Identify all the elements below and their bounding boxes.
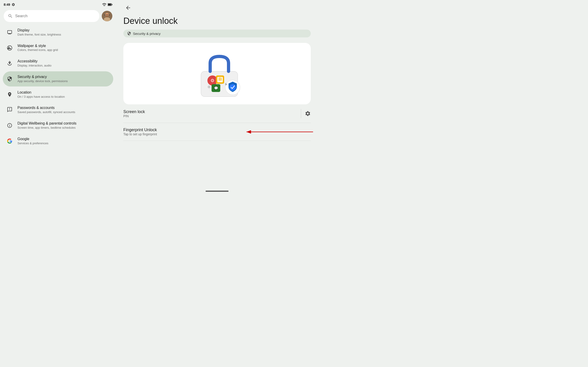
battery-icon [108, 3, 112, 6]
avatar-image [102, 11, 112, 21]
breadcrumb-chip[interactable]: Security & privacy [123, 30, 311, 37]
sidebar-title-security: Security & privacy [17, 75, 68, 79]
sidebar-title-accessibility: Accessibility [17, 59, 52, 64]
security-icon [6, 76, 13, 82]
lock-illustration: ⚙ 🖼 💬 [180, 48, 254, 99]
back-arrow-icon [125, 5, 131, 11]
search-bar[interactable] [4, 10, 99, 22]
time-display: 8:49 [4, 3, 10, 6]
avatar[interactable] [102, 11, 112, 21]
sidebar-text-passwords: Passwords & accounts Saved passwords, au… [17, 106, 75, 114]
svg-text:🖼: 🖼 [218, 77, 222, 81]
sidebar-subtitle-location: On / 3 apps have access to location [17, 95, 65, 99]
sidebar-subtitle-google: Services & preferences [17, 142, 48, 145]
svg-rect-3 [108, 4, 111, 6]
sidebar-subtitle-wellbeing: Screen time, app timers, bedtime schedul… [17, 126, 77, 130]
accessibility-icon [6, 60, 13, 67]
sidebar-item-security[interactable]: Security & privacy App security, device … [3, 71, 113, 86]
setting-item-screen-lock[interactable]: Screen lock PIN [123, 104, 311, 123]
sidebar-title-display: Display [17, 28, 61, 33]
sidebar: 8:49 [0, 0, 116, 199]
sidebar-title-wallpaper: Wallpaper & style [17, 44, 58, 48]
sidebar-item-accessibility[interactable]: Accessibility Display, interaction, audi… [3, 56, 113, 71]
setting-item-fingerprint[interactable]: Fingerprint Unlock Tap to set up fingerp… [123, 123, 311, 141]
sidebar-text-security: Security & privacy App security, device … [17, 75, 68, 83]
sidebar-item-display[interactable]: Display Dark theme, font size, brightnes… [3, 25, 113, 40]
setting-item-text-fingerprint: Fingerprint Unlock Tap to set up fingerp… [123, 127, 311, 136]
back-button[interactable] [123, 3, 133, 13]
status-right [102, 3, 112, 6]
sidebar-title-wellbeing: Digital Wellbeing & parental controls [17, 121, 77, 126]
sidebar-item-location[interactable]: Location On / 3 apps have access to loca… [3, 87, 113, 102]
setting-item-text-screen-lock: Screen lock PIN [123, 109, 297, 118]
sidebar-subtitle-security: App security, device lock, permissions [17, 79, 68, 83]
display-icon [6, 29, 13, 35]
passwords-icon [6, 107, 13, 113]
svg-point-26 [208, 85, 210, 88]
setting-item-subtitle-screen-lock: PIN [123, 114, 297, 118]
sidebar-title-passwords: Passwords & accounts [17, 106, 75, 110]
sidebar-subtitle-accessibility: Display, interaction, audio [17, 64, 52, 68]
svg-point-15 [9, 61, 10, 62]
sidebar-subtitle-passwords: Saved passwords, autofill, synced accoun… [17, 110, 75, 114]
wifi-icon [102, 3, 106, 6]
sidebar-title-google: Google [17, 137, 48, 142]
main-content: Device unlock Security & privacy ⚙ 🖼 [116, 0, 318, 199]
setting-item-subtitle-fingerprint: Tap to set up fingerprint [123, 132, 311, 136]
breadcrumb-label: Security & privacy [133, 32, 161, 35]
sidebar-item-google[interactable]: Google Services & preferences [3, 133, 113, 149]
svg-text:💬: 💬 [214, 86, 218, 90]
status-bar: 8:49 [0, 0, 116, 8]
sidebar-item-wallpaper[interactable]: Wallpaper & style Colors, themed icons, … [3, 40, 113, 56]
svg-point-29 [229, 84, 236, 91]
google-icon [6, 138, 13, 144]
sidebar-text-display: Display Dark theme, font size, brightnes… [17, 28, 61, 37]
svg-rect-2 [112, 4, 112, 5]
sidebar-text-google: Google Services & preferences [17, 137, 48, 145]
wallpaper-icon [6, 45, 13, 51]
svg-text:⚙: ⚙ [210, 78, 215, 83]
search-icon [8, 14, 13, 19]
scrollbar-indicator [206, 191, 229, 192]
page-title: Device unlock [123, 16, 311, 26]
sidebar-item-wellbeing[interactable]: Digital Wellbeing & parental controls Sc… [3, 118, 113, 133]
setting-item-title-fingerprint: Fingerprint Unlock [123, 127, 311, 132]
sidebar-text-accessibility: Accessibility Display, interaction, audi… [17, 59, 52, 68]
sidebar-list: Display Dark theme, font size, brightnes… [0, 25, 116, 199]
settings-cog-icon [11, 3, 15, 6]
setting-item-action-screen-lock [297, 109, 311, 118]
wellbeing-icon [6, 122, 13, 129]
sidebar-title-location: Location [17, 90, 65, 95]
gear-icon-screen-lock[interactable] [305, 110, 311, 117]
sidebar-item-passwords[interactable]: Passwords & accounts Saved passwords, au… [3, 102, 113, 117]
divider-line [301, 109, 301, 118]
breadcrumb-shield-icon [127, 31, 131, 35]
location-icon [6, 91, 13, 98]
top-bar [123, 0, 311, 14]
status-left: 8:49 [4, 3, 15, 6]
illustration-card: ⚙ 🖼 💬 [123, 43, 311, 104]
sidebar-text-location: Location On / 3 apps have access to loca… [17, 90, 65, 99]
search-input[interactable] [15, 14, 95, 18]
settings-content: Screen lock PIN Fingerprint Unlock Tap t… [123, 104, 311, 184]
sidebar-text-wellbeing: Digital Wellbeing & parental controls Sc… [17, 121, 77, 130]
sidebar-subtitle-wallpaper: Colors, themed icons, app grid [17, 48, 58, 52]
sidebar-text-wallpaper: Wallpaper & style Colors, themed icons, … [17, 44, 58, 52]
sidebar-subtitle-display: Dark theme, font size, brightness [17, 33, 61, 37]
setting-item-title-screen-lock: Screen lock [123, 109, 297, 114]
search-bar-row [0, 8, 116, 25]
